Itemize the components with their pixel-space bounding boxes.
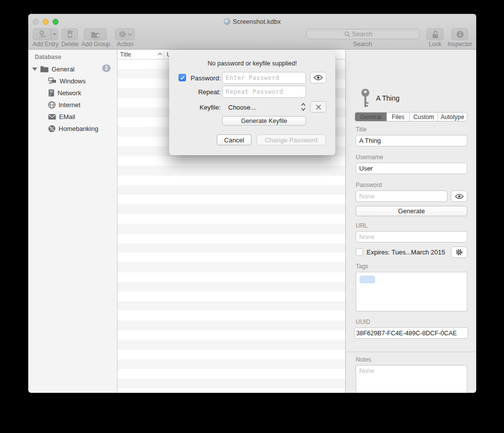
dialog-message: No password or keyfile supplied!	[169, 60, 335, 67]
search-icon	[344, 31, 350, 37]
expires-checkbox[interactable]	[356, 248, 363, 256]
sidebar-section-header: Database	[35, 54, 61, 61]
dialog-password-label: Password:	[171, 74, 221, 82]
username-input[interactable]	[356, 163, 467, 174]
sort-ascending-icon	[158, 53, 162, 56]
sidebar-item-label: Homebanking	[59, 125, 98, 132]
uuid-field-label: UUID	[356, 318, 370, 325]
tag-chip[interactable]	[360, 276, 375, 283]
inspector-tabs: General Files Custom Autotype	[355, 112, 467, 122]
generate-password-button[interactable]: Generate	[356, 206, 467, 216]
dialog-password-input[interactable]	[222, 72, 306, 84]
inspector-button[interactable]	[451, 28, 468, 40]
search-toolbar-label: Search	[347, 41, 378, 48]
action-label: Action	[109, 41, 141, 48]
eye-icon	[455, 193, 464, 199]
folder-plus-icon	[91, 31, 100, 38]
password-input[interactable]	[356, 190, 447, 202]
sidebar-item-homebanking[interactable]: Homebanking	[48, 123, 98, 134]
add-entry-button[interactable]	[33, 28, 58, 40]
clear-keyfile-button[interactable]	[310, 101, 326, 113]
gear-icon	[119, 30, 126, 38]
close-icon	[315, 104, 321, 110]
document-icon	[224, 18, 230, 25]
tab-files[interactable]: Files	[387, 113, 410, 121]
stepper-icon[interactable]	[301, 102, 306, 112]
tab-custom[interactable]: Custom	[410, 113, 438, 121]
sidebar-item-label: General	[52, 65, 74, 73]
sidebar-item-general[interactable]: General	[32, 63, 74, 74]
chevron-down-icon	[128, 33, 132, 36]
key-plus-icon	[33, 30, 51, 39]
window-chrome: Screenshot.kdbx Add Entry Delete Add	[28, 14, 476, 50]
change-password-button[interactable]: Change Password	[256, 134, 326, 145]
globe-icon	[48, 101, 56, 109]
expires-settings-button[interactable]	[451, 247, 467, 258]
reveal-password-button[interactable]	[451, 190, 467, 202]
inspector-panel: A Thing General Files Custom Autotype Ti…	[345, 50, 476, 393]
tags-field-label: Tags	[356, 263, 368, 270]
dialog-repeat-input[interactable]	[222, 86, 306, 98]
dialog-reveal-password-button[interactable]	[310, 72, 326, 83]
percent-circle-icon	[48, 125, 56, 132]
group-count-badge: 2	[102, 64, 111, 72]
keyfile-popup[interactable]: Choose...	[228, 104, 256, 111]
folder-icon	[40, 65, 49, 72]
trash-icon	[66, 30, 73, 38]
sidebar: Database General 2 Windows Network Inter…	[28, 50, 118, 393]
column-separator[interactable]	[164, 51, 164, 59]
url-input[interactable]	[356, 231, 467, 243]
windows-network-icon	[48, 77, 57, 85]
cancel-button[interactable]: Cancel	[217, 134, 252, 145]
disclosure-triangle-icon[interactable]	[32, 67, 37, 71]
inspector-label: Inspector	[444, 41, 476, 48]
username-field-label: Username	[356, 154, 383, 161]
add-group-label: Add Group	[78, 41, 114, 48]
uuid-input[interactable]	[354, 327, 468, 339]
column-header-title[interactable]: Title	[120, 51, 131, 58]
key-icon	[360, 88, 371, 110]
title-field-label: Title	[356, 126, 367, 133]
notes-field-label: Notes	[356, 356, 371, 363]
sidebar-item-label: Network	[58, 89, 81, 97]
unlock-icon	[432, 30, 439, 39]
password-field-label: Password	[356, 182, 382, 188]
delete-button[interactable]	[62, 28, 78, 40]
lock-button[interactable]	[427, 28, 443, 40]
search-input[interactable]	[352, 30, 382, 38]
notes-textarea[interactable]	[356, 365, 467, 393]
chevron-down-icon[interactable]	[51, 33, 58, 36]
info-icon	[456, 31, 464, 38]
title-input[interactable]	[356, 135, 467, 146]
expires-label: Expires: Tues...March 2015	[367, 248, 445, 256]
sidebar-item-network[interactable]: Network	[48, 87, 81, 98]
eye-icon	[314, 74, 323, 81]
sidebar-item-label: Windows	[60, 77, 86, 85]
section-divider	[346, 352, 476, 352]
sidebar-item-email[interactable]: EMail	[48, 111, 75, 122]
action-button[interactable]	[115, 28, 135, 40]
tab-autotype[interactable]: Autotype	[438, 113, 467, 121]
sidebar-item-internet[interactable]: Internet	[48, 99, 80, 110]
sidebar-item-label: EMail	[59, 113, 75, 121]
password-dialog: No password or keyfile supplied! Passwor…	[169, 50, 335, 155]
generate-keyfile-button[interactable]: Generate Keyfile	[222, 116, 306, 125]
window-title: Screenshot.kdbx	[28, 18, 476, 25]
sidebar-item-label: Internet	[59, 101, 80, 109]
dialog-repeat-label: Repeat:	[171, 88, 221, 96]
entry-title: A Thing	[376, 94, 399, 102]
url-field-label: URL	[356, 222, 368, 229]
dialog-keyfile-label: Keyfile:	[171, 104, 221, 111]
server-icon	[48, 89, 55, 97]
gear-icon	[455, 248, 463, 256]
search-field[interactable]	[306, 29, 420, 39]
app-window: Screenshot.kdbx Add Entry Delete Add	[28, 14, 476, 393]
sidebar-item-windows[interactable]: Windows	[48, 75, 86, 86]
add-group-button[interactable]	[84, 28, 107, 40]
tab-general[interactable]: General	[355, 113, 387, 121]
tags-box[interactable]	[356, 272, 467, 311]
envelope-icon	[48, 114, 56, 120]
